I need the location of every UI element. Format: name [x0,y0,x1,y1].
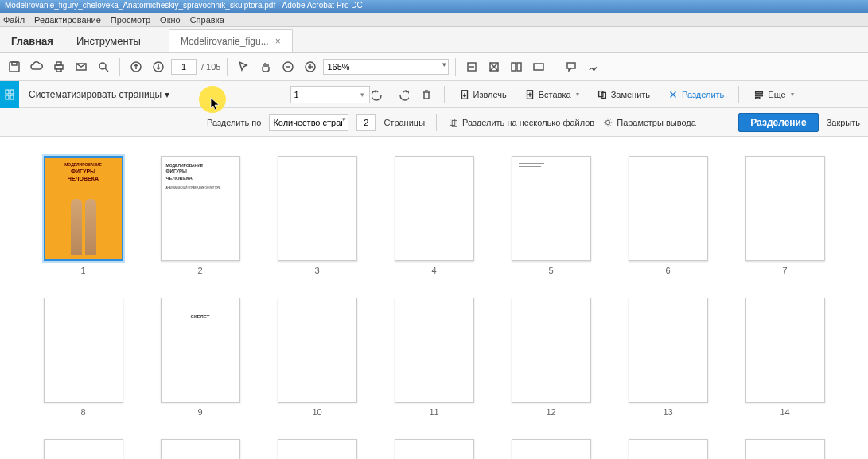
page-thumbnail[interactable]: 14 [745,298,825,417]
replace-button[interactable]: Заменить [590,85,656,104]
menu-file[interactable]: Файл [3,15,25,25]
tab-home[interactable]: Главная [0,29,65,52]
fit-page-icon[interactable] [485,57,504,76]
page-number: 14 [780,407,789,417]
page-thumbnail[interactable]: 13 [629,298,708,417]
thumbnails-panel[interactable]: МОДЕЛИРОВАНИЕ ФИГУРЫ ЧЕЛОВЕКА 1 МОДЕЛИРО… [0,137,868,459]
page-thumbnail[interactable]: 11 [395,298,474,417]
zoom-in-icon[interactable] [301,57,320,76]
menu-window[interactable]: Окно [160,15,181,25]
mail-icon[interactable] [72,57,91,76]
organize-icon [0,81,19,108]
split-mode-select[interactable] [269,114,348,131]
zoom-out-icon[interactable] [278,57,298,76]
page-number: 6 [665,266,670,275]
page-thumbnail[interactable]: 4 [395,156,474,275]
read-mode-icon[interactable] [529,57,548,76]
cover-line3: ЧЕЛОВЕКА [68,176,99,181]
svg-rect-0 [10,62,19,72]
caret-icon: ▾ [576,91,579,98]
page-total-label: / 105 [201,62,220,72]
fit-width-icon[interactable] [462,57,481,76]
close-icon[interactable]: × [275,36,281,47]
zoom-level-select[interactable] [323,59,449,75]
svg-rect-14 [517,63,521,71]
print-icon[interactable] [49,57,68,76]
svg-point-6 [99,63,106,69]
page-thumbnail[interactable]: 7 [745,156,825,275]
separator [227,58,228,76]
page-number: 9 [197,407,202,417]
split-action-button[interactable]: Разделение [738,113,818,132]
organize-bar: Систематизировать страницы ▾ ▾ Извлечь В… [0,81,868,108]
page-number-input[interactable] [171,59,197,75]
pointer-icon[interactable] [234,57,253,76]
more-label: Еще [768,90,785,99]
rotate-right-icon[interactable] [393,85,412,104]
separator [555,58,555,76]
svg-rect-23 [601,92,605,98]
svg-rect-19 [10,95,14,99]
cloud-icon[interactable] [27,57,46,76]
page-thumbnail[interactable]: 12 [512,298,591,417]
page-thumbnail[interactable]: МОДЕЛИРОВАНИЕ ФИГУРЫ ЧЕЛОВЕКА АНАТОМИЧЕС… [161,156,240,275]
tab-document[interactable]: Modelirovanie_figu... × [169,29,293,52]
menu-help[interactable]: Справка [190,15,224,25]
svg-rect-3 [56,62,61,65]
rotate-left-icon[interactable] [369,85,388,104]
menu-view[interactable]: Просмотр [111,15,150,25]
page-number: 11 [429,407,438,417]
split-button[interactable]: Разделить [661,85,730,104]
page-thumbnail[interactable]: 5 [512,156,591,275]
tab-tools[interactable]: Инструменты [65,29,153,52]
page-thumbnail[interactable]: 20 [629,439,708,459]
insert-button[interactable]: Вставка▾ [518,85,586,104]
tab-bar: Главная Инструменты Modelirovanie_figu..… [0,27,868,53]
separator [436,114,437,131]
cover-line2: ФИГУРЫ [71,169,95,174]
insert-label: Вставка [539,90,571,99]
sign-icon[interactable] [584,57,603,76]
delete-icon[interactable] [417,85,436,104]
svg-rect-24 [756,91,763,93]
output-options-button[interactable]: Параметры вывода [602,117,696,128]
organize-title[interactable]: Систематизировать страницы ▾ [24,89,174,100]
page-up-icon[interactable] [127,57,146,76]
page-down-icon[interactable] [149,57,168,76]
split-count-input[interactable] [356,114,376,131]
separator [444,86,445,103]
app-menubar: Файл Редактирование Просмотр Окно Справк… [0,13,868,27]
hand-icon[interactable] [256,57,275,76]
comment-icon[interactable] [562,57,581,76]
search-icon[interactable] [94,57,113,76]
close-split-button[interactable]: Закрыть [827,118,860,127]
page-number: 10 [312,407,321,417]
page-thumbnail[interactable]: СКЕЛЕТ 9 [161,298,240,417]
page-thumbnail[interactable]: 16 [161,439,240,459]
view-mode-icon[interactable] [507,57,526,76]
window-titlebar: Modelirovanie_figury_cheloveka_Anatomich… [0,0,868,13]
split-label: Разделить [682,90,724,99]
page-thumbnail[interactable]: 8 [44,298,123,417]
save-icon[interactable] [5,57,24,76]
page-thumbnail[interactable]: МОДЕЛИРОВАНИЕ ФИГУРЫ ЧЕЛОВЕКА 1 [44,156,123,275]
menu-edit[interactable]: Редактирование [34,15,101,25]
page-thumbnail[interactable]: 15 [44,439,123,459]
page-thumbnail[interactable]: 21 [745,439,825,459]
page-thumbnail[interactable]: 18 [395,439,474,459]
page-thumbnail[interactable]: 19 [512,439,591,459]
page-thumbnail[interactable]: 17 [278,439,357,459]
organize-page-input[interactable] [290,86,370,103]
extract-button[interactable]: Извлечь [453,85,513,104]
svg-rect-16 [6,90,9,94]
page-thumbnail[interactable]: 3 [278,156,357,275]
more-button[interactable]: Еще▾ [747,85,800,104]
svg-rect-1 [12,62,17,65]
caret-icon: ▾ [791,91,794,98]
output-label: Параметры вывода [617,118,696,127]
page-number: 3 [314,266,319,275]
page-thumbnail[interactable]: 10 [278,298,357,417]
page-thumbnail[interactable]: 6 [629,156,708,275]
split-multi-button[interactable]: Разделить на несколько файлов [448,117,594,128]
page-number: 4 [431,266,436,275]
